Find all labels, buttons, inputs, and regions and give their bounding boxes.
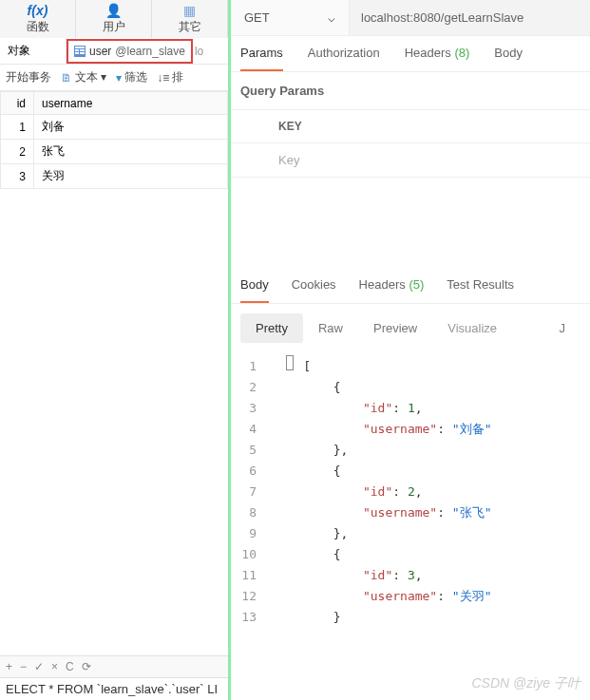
table-row[interactable]: 2张飞: [1, 140, 228, 164]
line-number: 7: [231, 482, 274, 502]
code-line: 12 "username": "关羽": [231, 586, 590, 607]
svg-rect-1: [75, 47, 85, 48]
data-toolbar: 开始事务 🗎 文本 ▾ ▾ 筛选 ↓≡ 排: [0, 65, 228, 91]
table-row[interactable]: 3关羽: [1, 164, 228, 189]
line-number: 3: [231, 398, 274, 419]
col-header-id[interactable]: id: [1, 92, 34, 115]
cell-username[interactable]: 关羽: [34, 164, 228, 189]
sql-action-icon[interactable]: ×: [51, 660, 58, 673]
resp-headers-count: (5): [409, 277, 424, 292]
sql-icon-row: +−✓×C⟳: [0, 655, 228, 677]
tab-params[interactable]: Params: [240, 46, 283, 71]
sql-action-icon[interactable]: ✓: [34, 660, 44, 673]
user-icon: 👤: [105, 3, 122, 18]
tab-functions-label: 函数: [27, 19, 49, 35]
sql-action-icon[interactable]: −: [20, 660, 27, 673]
response-body-code[interactable]: 1 [2 {3 "id": 1,4 "username": "刘备"5 },6 …: [231, 352, 590, 632]
tab-authorization[interactable]: Authorization: [308, 46, 380, 71]
resp-tab-cookies[interactable]: Cookies: [292, 277, 336, 303]
code-line: 2 {: [231, 377, 590, 398]
document-icon: 🗎: [61, 71, 72, 85]
code-content: "id": 3,: [274, 565, 423, 586]
fx-icon: f(x): [28, 3, 48, 18]
code-content: {: [274, 544, 340, 565]
begin-transaction-button[interactable]: 开始事务: [6, 69, 51, 85]
code-content: "id": 2,: [274, 482, 423, 502]
funnel-icon: ▾: [116, 71, 122, 85]
sort-button[interactable]: ↓≡ 排: [157, 69, 183, 85]
svg-rect-5: [80, 52, 85, 54]
object-tab[interactable]: 对象: [0, 38, 67, 64]
line-number: 1: [231, 356, 274, 377]
db-name: @learn_slave: [115, 45, 185, 58]
cell-username[interactable]: 张飞: [34, 140, 228, 164]
code-line: 7 "id": 2,: [231, 482, 590, 502]
sort-icon: ↓≡: [157, 71, 169, 85]
view-mode-tabs: Pretty Raw Preview Visualize J: [231, 304, 590, 352]
view-raw[interactable]: Raw: [303, 313, 358, 343]
view-preview[interactable]: Preview: [358, 313, 432, 343]
headers-count: (8): [454, 46, 469, 60]
line-number: 5: [231, 440, 274, 461]
sort-label: 排: [172, 69, 183, 85]
cell-id[interactable]: 2: [1, 140, 34, 164]
tab-body[interactable]: Body: [494, 46, 523, 71]
line-number: 4: [231, 419, 274, 440]
resp-tab-body[interactable]: Body: [240, 277, 269, 303]
line-number: 13: [231, 607, 274, 628]
kv-input-row[interactable]: Key: [231, 143, 590, 178]
view-visualize[interactable]: Visualize: [432, 313, 512, 343]
object-tab-row: 对象 user @learn_slave lo: [0, 38, 228, 65]
svg-rect-3: [80, 49, 85, 51]
cell-id[interactable]: 3: [1, 164, 34, 189]
code-line: 4 "username": "刘备": [231, 419, 590, 440]
sql-action-icon[interactable]: C: [66, 660, 74, 673]
cell-username[interactable]: 刘备: [34, 115, 228, 140]
code-line: 8 "username": "张飞": [231, 502, 590, 523]
text-mode-button[interactable]: 🗎 文本 ▾: [61, 69, 106, 85]
code-content: "username": "刘备": [274, 419, 492, 440]
code-content: "id": 1,: [274, 398, 423, 419]
url-input[interactable]: localhost:8080/getLearnSlave: [350, 0, 590, 35]
resp-tab-headers[interactable]: Headers (5): [359, 277, 425, 303]
sql-status-bar: +−✓×C⟳ ELECT * FROM `learn_slave`.`user`…: [0, 655, 228, 700]
code-line: 11 "id": 3,: [231, 565, 590, 586]
code-content: "username": "张飞": [274, 502, 492, 523]
table-icon: [74, 46, 86, 57]
line-number: 8: [231, 502, 274, 523]
tab-users[interactable]: 👤 用户: [76, 0, 152, 38]
resp-tab-testresults[interactable]: Test Results: [447, 277, 514, 303]
sql-action-icon[interactable]: ⟳: [82, 660, 91, 673]
filter-button[interactable]: ▾ 筛选: [116, 69, 147, 85]
line-number: 10: [231, 544, 274, 565]
code-line: 1 [: [231, 356, 590, 377]
line-number: 6: [231, 461, 274, 482]
resp-headers-label: Headers: [359, 277, 406, 292]
truncated-text: lo: [193, 45, 203, 58]
tab-users-label: 用户: [103, 19, 125, 35]
data-grid[interactable]: id username 1刘备2张飞3关羽: [0, 91, 228, 189]
http-method-select[interactable]: GET ⌵: [231, 0, 350, 35]
view-pretty[interactable]: Pretty: [240, 313, 303, 343]
view-json-format[interactable]: J: [544, 313, 581, 343]
col-header-username[interactable]: username: [34, 92, 228, 115]
chevron-down-icon: ⌵: [328, 10, 335, 25]
kv-header-key: KEY: [231, 109, 590, 143]
code-content: },: [274, 523, 348, 544]
code-line: 3 "id": 1,: [231, 398, 590, 419]
sql-action-icon[interactable]: +: [6, 660, 12, 673]
query-params-title: Query Params: [231, 72, 590, 109]
tab-headers[interactable]: Headers (8): [405, 46, 470, 71]
code-line: 9 },: [231, 523, 590, 544]
table-row[interactable]: 1刘备: [1, 115, 228, 140]
active-table-tab[interactable]: user @learn_slave: [67, 39, 193, 64]
top-tab-strip: f(x) 函数 👤 用户 ▦ 其它: [0, 0, 228, 38]
tab-other[interactable]: ▦ 其它: [152, 0, 228, 38]
cell-id[interactable]: 1: [1, 115, 34, 140]
code-line: 6 {: [231, 461, 590, 482]
code-line: 5 },: [231, 440, 590, 461]
text-label: 文本 ▾: [75, 69, 106, 85]
tab-functions[interactable]: f(x) 函数: [0, 0, 76, 38]
code-line: 10 {: [231, 544, 590, 565]
filter-label: 筛选: [124, 69, 147, 85]
